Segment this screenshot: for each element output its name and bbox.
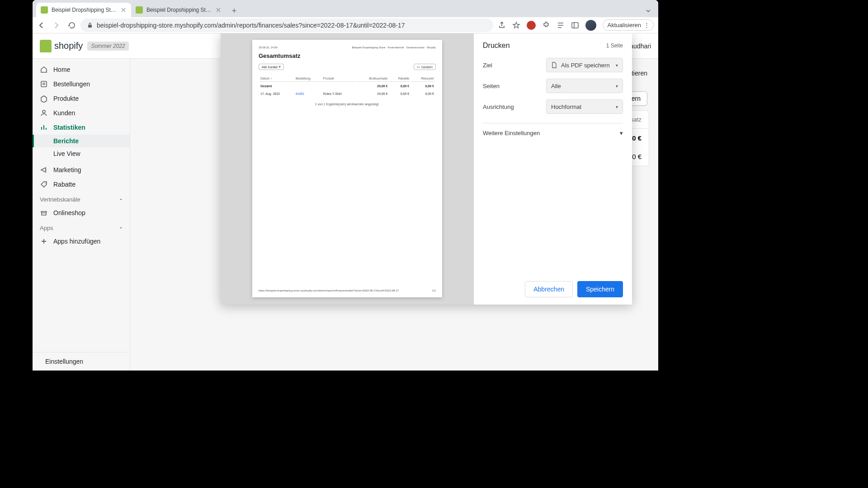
save-button[interactable]: Speichern — [577, 281, 623, 297]
document-icon — [551, 62, 557, 68]
plus-icon — [40, 237, 48, 245]
chevron-right-icon[interactable]: ▾ — [119, 199, 123, 201]
shopify-favicon-icon — [41, 6, 48, 14]
lock-icon — [87, 22, 93, 28]
browser-addr-bar: beispiel-dropshipping-store.myshopify.co… — [33, 17, 658, 33]
pv-td: 0,00 € — [411, 83, 435, 89]
pv-th: Bruttoumsatz — [356, 75, 389, 82]
shopify-logo[interactable]: shopify — [40, 40, 83, 52]
svg-point-4 — [42, 110, 45, 113]
dest-value: Als PDF speichern — [561, 62, 610, 69]
pv-td: Gesamt — [259, 83, 294, 89]
pv-td: 29,00 € — [356, 90, 389, 97]
pv-td: Rotes T-Shirt — [322, 90, 355, 97]
address-input[interactable]: beispiel-dropshipping-store.myshopify.co… — [80, 19, 493, 32]
section-label: Apps — [40, 225, 53, 231]
close-tab-icon[interactable] — [215, 7, 222, 13]
shopify-favicon-icon — [136, 6, 143, 14]
layout-select[interactable]: Hochformat ▾ — [546, 99, 623, 114]
pages-label: Seiten — [483, 83, 500, 89]
sidebar-item-label: Apps hinzufügen — [53, 238, 100, 245]
sidebar-item-label: Home — [53, 66, 70, 73]
pv-td: 0,00 € — [389, 90, 410, 97]
preview-timestamp: 18.08.22, 14:59 — [259, 46, 278, 49]
products-icon — [40, 94, 48, 103]
preview-header-path: Beispiel Dropshipping Store · Finanzberi… — [352, 46, 436, 49]
pv-td: 17. Aug. 2022 — [259, 90, 294, 97]
browser-tab-inactive[interactable]: Beispiel Dropshipping Store — [131, 3, 226, 17]
sidebar-item-addapps[interactable]: Apps hinzufügen — [33, 234, 130, 249]
sidebar-item-label: Onlineshop — [53, 209, 85, 216]
shopify-bag-icon — [40, 40, 52, 52]
sidebar-item-settings[interactable]: Einstellungen — [33, 352, 130, 371]
sidebar-item-label: Bestellungen — [53, 80, 90, 88]
pv-th: Bestellung — [295, 75, 321, 82]
order-link: #1001 — [296, 92, 304, 95]
sidebar-section-apps: Apps ▾ — [33, 220, 130, 234]
page-count: 1 Seite — [606, 42, 623, 49]
orders-icon — [40, 80, 48, 88]
chevron-down-icon: ▾ — [616, 104, 618, 109]
sidebar-item-customers[interactable]: Kunden — [33, 106, 130, 120]
kebab-menu-icon[interactable]: ⋮ — [644, 22, 649, 28]
svg-rect-1 — [572, 23, 578, 28]
pages-select[interactable]: Alle ▾ — [546, 79, 623, 93]
sidebar-item-label: Marketing — [53, 166, 81, 174]
pv-th: Datum ↑ — [259, 75, 294, 82]
back-icon[interactable] — [37, 21, 45, 29]
pv-td: 0,00 € — [411, 90, 435, 97]
brand-text: shopify — [54, 41, 83, 51]
print-preview-pane: 18.08.22, 14:59 Beispiel Dropshipping St… — [221, 33, 474, 305]
preview-title: Gesamtumsatz — [259, 52, 436, 59]
sidebar-item-onlinestore[interactable]: Onlineshop — [33, 206, 130, 220]
more-settings-toggle[interactable]: Weitere Einstellungen ▾ — [483, 123, 623, 143]
sidebar-item-label: Kunden — [53, 109, 75, 117]
sidebar-item-discounts[interactable]: Rabatte — [33, 177, 130, 192]
chevron-right-icon[interactable]: ▾ — [119, 227, 123, 229]
update-label: Aktualisieren — [608, 22, 641, 28]
reading-list-icon[interactable] — [557, 21, 565, 29]
extensions-icon[interactable] — [542, 21, 550, 29]
new-tab-button[interactable]: + — [228, 5, 241, 17]
sidebar-item-home[interactable]: Home — [33, 62, 130, 77]
customers-icon — [40, 109, 48, 117]
sidebar-item-label: Berichte — [53, 137, 79, 145]
pv-td: 0,00 € — [389, 83, 410, 89]
ublock-icon[interactable] — [527, 21, 536, 30]
svg-rect-3 — [41, 81, 47, 87]
analytics-icon — [40, 123, 48, 131]
sidebar-item-analytics[interactable]: Statistiken — [33, 120, 130, 135]
section-label: Vertriebskanäle — [40, 196, 80, 203]
sidebar-item-marketing[interactable]: Marketing — [33, 163, 130, 177]
close-tab-icon[interactable] — [120, 7, 127, 13]
preview-footer-page: 1/1 — [432, 289, 436, 292]
preview-yesterday-chip: ▭ Gestern — [414, 64, 436, 70]
profile-avatar[interactable] — [585, 20, 596, 31]
reload-icon[interactable] — [68, 21, 76, 29]
print-dialog: 18.08.22, 14:59 Beispiel Dropshipping St… — [221, 33, 632, 305]
pv-th: Retouren — [411, 75, 435, 82]
sidebar-subitem-reports[interactable]: Berichte — [33, 135, 130, 147]
sidebar-subitem-liveview[interactable]: Live View — [33, 147, 130, 160]
update-button[interactable]: Aktualisieren ⋮ — [603, 19, 654, 31]
layout-label: Ausrichtung — [483, 103, 514, 110]
bookmark-star-icon[interactable] — [512, 21, 520, 29]
share-icon[interactable] — [498, 21, 506, 29]
forward-icon — [52, 21, 61, 29]
preview-count-note: 1 von 1 Ergebnis(sen) wird/werden angeze… — [259, 103, 436, 106]
tabs-menu-icon[interactable] — [642, 5, 655, 17]
sidebar: Home Bestellungen Produkte Kunden Statis… — [33, 33, 130, 371]
dest-select[interactable]: Als PDF speichern ▾ — [546, 58, 623, 72]
url-text: beispiel-dropshipping-store.myshopify.co… — [97, 22, 405, 29]
cancel-button[interactable]: Abbrechen — [525, 281, 573, 297]
sidebar-item-products[interactable]: Produkte — [33, 91, 130, 106]
sidebar-item-orders[interactable]: Bestellungen — [33, 77, 130, 91]
home-icon — [40, 66, 48, 74]
layout-value: Hochformat — [551, 103, 581, 110]
sidepanel-icon[interactable] — [571, 21, 579, 29]
sidebar-item-label: Live View — [53, 150, 80, 157]
marketing-icon — [40, 166, 48, 174]
dest-label: Ziel — [483, 62, 492, 69]
browser-tab-active[interactable]: Beispiel Dropshipping Store · F — [36, 3, 131, 17]
main-content: Drucken Exportieren Gestern ersand Gesam… — [130, 33, 658, 371]
